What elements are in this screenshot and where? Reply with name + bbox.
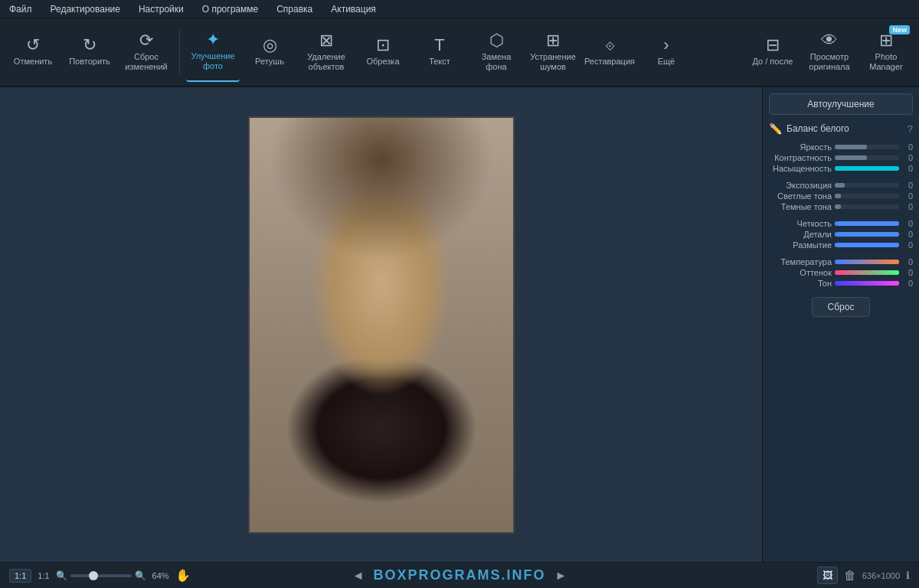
menu-file[interactable]: Файл [6,2,35,16]
blur-label: Размытие [769,240,832,250]
photo-mode-button[interactable]: 🖼 [817,567,838,584]
menu-about[interactable]: О программе [199,2,261,16]
info-icon[interactable]: ℹ [906,570,910,581]
highlights-fill [835,194,841,198]
more-button[interactable]: › Ещё [639,22,693,82]
group-gap-1 [769,175,913,179]
tone-fill [835,281,899,286]
more-icon: › [663,37,669,54]
brightness-track[interactable] [835,145,899,149]
saturation-track[interactable] [835,166,899,171]
denoise-icon: ⊞ [546,32,560,49]
tint-slider-row: Оттенок 0 [769,268,913,277]
restore-icon: ⟐ [605,37,615,54]
crop-icon: ⊡ [376,37,390,54]
sharpness-label: Четкость [769,219,832,228]
eyedropper-icon: ✏️ [769,122,782,135]
contrast-track[interactable] [835,155,899,160]
brightness-value: 0 [902,142,913,152]
zoom-fit-button[interactable]: 1:1 [9,569,31,583]
denoise-button[interactable]: ⊞ Устранение шумов [526,22,580,82]
shadows-fill [835,204,841,209]
exposure-track[interactable] [835,183,899,188]
exposure-fill [835,183,845,188]
nav-prev-button[interactable]: ◄ [349,569,368,583]
details-track[interactable] [835,232,899,237]
more-label: Ещё [658,57,675,67]
highlights-label: Светлые тона [769,191,832,201]
preview-label: Просмотр оригинала [809,52,849,72]
hand-tool-icon[interactable]: ✋ [175,568,191,583]
replace-bg-icon: ⬡ [489,32,504,49]
crop-button[interactable]: ⊡ Обрезка [356,22,410,82]
reset-button[interactable]: Сброс [812,297,871,317]
retouch-icon: ◎ [263,37,277,54]
section-header: ✏️ Баланс белого ? [769,122,913,135]
replace-bg-button[interactable]: ⬡ Замена фона [469,22,523,82]
delete-button[interactable]: 🗑 [844,569,856,583]
redo-button[interactable]: ↻ Повторить [63,22,116,82]
zoom-slider-thumb [89,571,98,580]
portrait-image [250,118,513,532]
retouch-button[interactable]: ◎ Ретушь [243,22,296,82]
help-icon[interactable]: ? [908,123,913,135]
before-after-icon: ⊟ [766,37,780,54]
brightness-slider-row: Яркость 0 [769,142,913,152]
enhance-button[interactable]: ✦ Улучшение фото [186,22,240,82]
before-after-button[interactable]: ⊟ До / после [746,22,800,82]
menu-settings[interactable]: Настройки [136,2,187,16]
menu-help[interactable]: Справка [273,2,316,16]
blur-fill [836,243,899,247]
preview-button[interactable]: 👁 Просмотр оригинала [803,22,856,82]
right-tools: ⊟ До / после 👁 Просмотр оригинала New ⊞ … [746,22,913,82]
temperature-fill [835,260,899,264]
zoom-out-icon[interactable]: 🔍 [56,570,67,581]
retouch-label: Ретушь [255,57,284,67]
status-right: 🖼 🗑 636×1000 ℹ [817,567,910,584]
highlights-track[interactable] [835,194,899,198]
crop-label: Обрезка [366,57,399,67]
before-after-label: До / после [753,57,793,67]
tone-label: Тон [769,279,832,288]
dimensions-text: 636×1000 [862,571,900,580]
menu-activation[interactable]: Активация [328,2,379,16]
blur-value: 0 [902,240,913,250]
text-label: Текст [429,57,450,67]
tint-label: Оттенок [769,268,832,277]
zoom-in-icon[interactable]: 🔍 [135,570,146,581]
menu-edit[interactable]: Редактирование [47,2,123,16]
main-area: Автоулучшение ✏️ Баланс белого ? Яркость… [0,87,919,562]
zoom-slider-track[interactable] [70,574,132,577]
tint-track[interactable] [835,270,899,275]
blur-track[interactable] [835,243,899,247]
blur-slider-row: Размытие 0 [769,240,913,250]
new-badge: New [889,25,910,34]
reset-changes-button[interactable]: ⟳ Сброс изменений [119,22,173,82]
sharpness-track[interactable] [835,221,899,226]
photo-manager-button[interactable]: New ⊞ Photo Manager [859,22,913,82]
photo-manager-icon: ⊞ [879,32,893,49]
exposure-slider-row: Экспозиция 0 [769,181,913,190]
remove-objects-button[interactable]: ⊠ Удаление объектов [299,22,353,82]
details-fill [836,232,899,237]
undo-button[interactable]: ↺ Отменить [6,22,60,82]
shadows-track[interactable] [835,204,899,209]
watermark-text: BOXPROGRAMS.INFO [373,567,545,583]
auto-enhance-button[interactable]: Автоулучшение [769,93,913,115]
temperature-track[interactable] [835,260,899,264]
tone-track[interactable] [835,281,899,286]
exposure-value: 0 [902,181,913,190]
replace-bg-label: Замена фона [482,52,512,72]
text-button[interactable]: T Текст [413,22,466,82]
status-center: ◄ BOXPROGRAMS.INFO ► [349,567,571,583]
canvas-area[interactable] [0,87,762,562]
nav-next-button[interactable]: ► [552,569,571,583]
restore-button[interactable]: ⟐ Реставрация [583,22,636,82]
highlights-slider-row: Светлые тона 0 [769,191,913,201]
shadows-slider-row: Темные тона 0 [769,202,913,211]
photo-frame [248,116,515,534]
enhance-icon: ✦ [206,31,220,48]
toolbar: ↺ Отменить ↻ Повторить ⟳ Сброс изменений… [0,18,919,87]
undo-label: Отменить [14,57,52,67]
denoise-label: Устранение шумов [530,52,576,72]
